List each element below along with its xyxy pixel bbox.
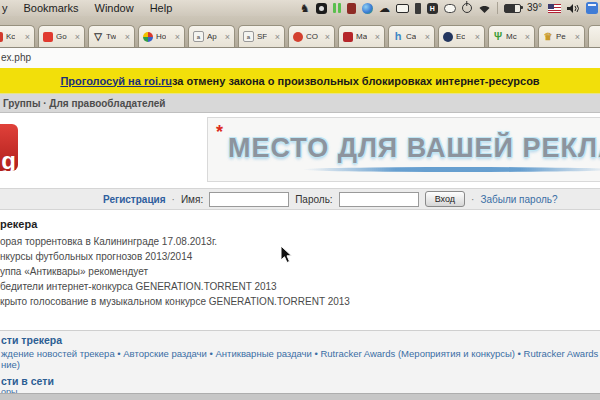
- news-item[interactable]: крыто голосование в музыкальном конкурсе…: [0, 294, 560, 309]
- globe-icon[interactable]: [362, 3, 373, 14]
- tab-favicon: [143, 32, 153, 42]
- ad-asterisk: *: [216, 122, 223, 143]
- browser-tab[interactable]: Ψ Mc ×: [488, 25, 535, 47]
- browser-tab[interactable]: h Ca ×: [388, 25, 435, 47]
- news-item[interactable]: орая торрентовка в Калининграде 17.08.20…: [0, 234, 560, 249]
- logo-glyph: g: [1, 147, 16, 171]
- tab-label: Ca: [406, 32, 416, 41]
- link-sections: сти трекера ждение новостей трекера • Ав…: [0, 330, 600, 393]
- dark-app-icon[interactable]: [415, 3, 421, 14]
- tab-label: Go: [56, 32, 67, 41]
- news-item[interactable]: бедители интернет-конкурса GENERATION.TO…: [0, 279, 560, 294]
- tracker-news-links-wrap[interactable]: ние): [1, 359, 20, 370]
- news-item[interactable]: нкурсы футбольных прогнозов 2013/2014: [0, 249, 560, 264]
- tab-close-icon[interactable]: ×: [125, 32, 130, 42]
- menu-item[interactable]: Window: [95, 2, 134, 14]
- menu-items: yBookmarksWindowHelp: [0, 2, 172, 14]
- news-item[interactable]: уппа «Антиквары» рекомендует: [0, 264, 560, 279]
- power-icon[interactable]: [462, 3, 472, 13]
- tab-favicon: ♛: [543, 32, 553, 42]
- tab-close-icon[interactable]: ×: [75, 32, 80, 42]
- browser-tab[interactable]: Kc ×: [0, 25, 35, 47]
- ad-banner-text: МЕСТО ДЛЯ ВАШЕЙ РЕКЛАМЫ: [228, 133, 600, 164]
- browser-tab[interactable]: Go ×: [38, 25, 85, 47]
- wifi-icon[interactable]: [478, 2, 491, 14]
- tab-favicon: h: [393, 32, 403, 42]
- tab-label: Tw: [106, 32, 116, 41]
- volume-icon[interactable]: [567, 2, 580, 14]
- menu-item[interactable]: Bookmarks: [24, 2, 79, 14]
- cloud-icon[interactable]: ☁: [379, 2, 390, 14]
- site-menu-links[interactable]: Группы · Для правообладателей: [0, 98, 166, 109]
- news-list: орая торрентовка в Калининграде 17.08.20…: [0, 234, 560, 309]
- chat-bubble-icon[interactable]: [444, 4, 456, 13]
- petition-banner: Проголосуй на roi.ru за отмену закона о …: [0, 68, 600, 93]
- browser-tab[interactable]: ♛ Pe ×: [538, 25, 585, 47]
- bottom-strip: [0, 393, 600, 400]
- ad-swoosh-decoration: [303, 167, 600, 172]
- input-flag-icon[interactable]: [548, 4, 561, 13]
- tab-favicon: a: [243, 31, 254, 42]
- register-link[interactable]: Регистрация: [103, 194, 166, 205]
- separator-dot: ·: [172, 194, 175, 205]
- tab-close-icon[interactable]: ×: [475, 32, 480, 42]
- browser-tab[interactable]: CO ×: [288, 25, 335, 47]
- screen: yBookmarksWindowHelp ♞ ☁ 39°: [0, 0, 600, 400]
- tab-favicon: [593, 32, 600, 42]
- tab-label: Mc: [506, 32, 517, 41]
- browser-tab[interactable]: Ma ×: [338, 25, 385, 47]
- petition-link[interactable]: Проголосуй на roi.ru: [60, 75, 172, 87]
- password-input[interactable]: [339, 192, 419, 207]
- temperature-label[interactable]: 39°: [527, 2, 542, 14]
- tab-close-icon[interactable]: ×: [375, 32, 380, 42]
- tab-favicon: Ψ: [493, 32, 503, 42]
- browser-tab[interactable]: Ec ×: [438, 25, 485, 47]
- browser-tab[interactable]: a SF ×: [238, 25, 285, 47]
- display-icon[interactable]: [396, 4, 409, 13]
- tracker-news-heading[interactable]: сти трекера: [1, 334, 62, 346]
- tab-close-icon[interactable]: ×: [25, 32, 30, 42]
- name-input[interactable]: [209, 192, 289, 207]
- site-logo[interactable]: g: [0, 124, 18, 171]
- browser-tab[interactable]: Ho ×: [138, 25, 185, 47]
- separator-dot: ·: [471, 194, 474, 205]
- tab-label: Kc: [6, 32, 15, 41]
- tab-label: Pe: [556, 32, 566, 41]
- browser-tab[interactable]: ▽ Tw ×: [88, 25, 135, 47]
- ad-banner[interactable]: * МЕСТО ДЛЯ ВАШЕЙ РЕКЛАМЫ: [207, 117, 600, 182]
- red-app-icon[interactable]: [347, 3, 356, 14]
- tab-label: Ap: [207, 32, 217, 41]
- menu-bar: yBookmarksWindowHelp ♞ ☁ 39°: [0, 0, 600, 16]
- tab-favicon: a: [193, 31, 204, 42]
- site-menu-bar: Группы · Для правообладателей: [0, 93, 600, 113]
- forgot-password-link[interactable]: Забыли пароль?: [480, 194, 557, 205]
- tab-close-icon[interactable]: ×: [525, 32, 530, 42]
- tab-label: Ho: [156, 32, 166, 41]
- green-indicator-icon[interactable]: [333, 3, 336, 13]
- tab-favicon: [293, 32, 303, 42]
- tab-favicon: ▽: [93, 32, 103, 42]
- calendar-icon[interactable]: [586, 2, 598, 14]
- browser-tab[interactable]: ×: [588, 25, 600, 47]
- tab-close-icon[interactable]: ×: [275, 32, 280, 42]
- tab-close-icon[interactable]: ×: [575, 32, 580, 42]
- browser-tab[interactable]: a Ap ×: [188, 25, 235, 47]
- black-app-icon[interactable]: [316, 3, 327, 14]
- url-fragment: ex.php: [1, 52, 31, 63]
- menu-item[interactable]: y: [2, 2, 8, 14]
- password-label: Пароль:: [295, 194, 332, 205]
- tab-close-icon[interactable]: ×: [225, 32, 230, 42]
- app-glyph-icon[interactable]: ♞: [300, 2, 310, 14]
- tab-close-icon[interactable]: ×: [325, 32, 330, 42]
- login-button[interactable]: Вход: [425, 191, 465, 207]
- menu-item[interactable]: Help: [150, 2, 173, 14]
- tab-close-icon[interactable]: ×: [175, 32, 180, 42]
- login-bar: Регистрация · Имя: Пароль: Вход · Забыли…: [0, 188, 600, 210]
- news-heading: рекера: [0, 218, 37, 230]
- tab-bar: Kc × Go × ▽ Tw × Ho ×: [0, 16, 600, 48]
- tab-close-icon[interactable]: ×: [425, 32, 430, 42]
- battery-icon[interactable]: [504, 4, 521, 13]
- h-app-icon[interactable]: [427, 3, 438, 14]
- net-news-heading[interactable]: сти в сети: [1, 375, 54, 387]
- tracker-news-links[interactable]: ждение новостей трекера • Авторские разд…: [1, 348, 598, 359]
